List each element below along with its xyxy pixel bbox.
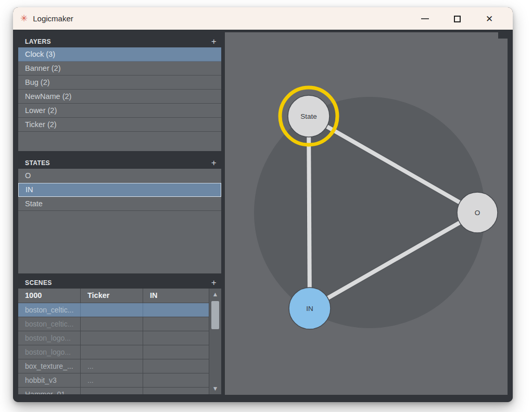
scene-name-cell: box_texture_... (18, 359, 81, 373)
desktop-background: ✳ Logicmaker ✕ LAYERS + Clock (3) Banner… (0, 0, 532, 412)
scenes-scrollbar[interactable]: ▲ ▼ (209, 289, 221, 394)
titlebar[interactable]: ✳ Logicmaker ✕ (13, 7, 513, 30)
scene-ticker-cell (81, 331, 143, 345)
node-o-label: O (475, 209, 480, 217)
add-state-button[interactable]: + (211, 158, 217, 167)
state-item[interactable]: State (18, 197, 221, 211)
app-window: ✳ Logicmaker ✕ LAYERS + Clock (3) Banner… (13, 7, 513, 402)
scene-name-cell: boston_logo... (18, 345, 81, 359)
scroll-down-icon[interactable]: ▼ (209, 383, 221, 394)
scene-ticker-cell (81, 388, 143, 394)
scenes-panel-title: SCENES (25, 279, 52, 286)
layers-panel-title: LAYERS (25, 38, 51, 45)
states-panel-header: STATES + (18, 157, 221, 169)
window-controls: ✕ (409, 7, 505, 30)
layer-item[interactable]: Banner (2) (18, 61, 221, 76)
graph-svg: State O IN (225, 32, 508, 395)
states-list: O IN State (18, 169, 221, 273)
scene-name-cell: boston_celtic... (18, 317, 81, 331)
scene-in-cell (143, 345, 209, 359)
scenes-panel-header: SCENES + (18, 277, 221, 289)
scenes-column-header: 1000 (18, 289, 81, 303)
table-row[interactable]: box_texture_... ... (18, 359, 209, 373)
state-item[interactable]: IN (18, 183, 221, 197)
state-item[interactable]: O (18, 169, 221, 183)
node-state-label: State (300, 113, 317, 120)
scene-ticker-cell (81, 317, 143, 331)
layer-item[interactable]: Ticker (2) (18, 118, 221, 132)
scene-ticker-cell (81, 345, 143, 359)
table-row[interactable]: boston_celtic... (18, 317, 209, 331)
canvas-background-circle (254, 97, 485, 328)
scene-ticker-cell: ... (81, 359, 143, 373)
scene-name-cell: Hammer_01 (18, 388, 81, 394)
minimize-button[interactable] (409, 7, 441, 30)
maximize-button[interactable] (441, 7, 473, 30)
table-row[interactable]: boston_logo... (18, 345, 209, 359)
scene-in-cell (143, 388, 209, 394)
table-row[interactable]: boston_celtic... (18, 303, 209, 317)
canvas-corner-notch (498, 32, 508, 39)
maximize-icon (454, 16, 461, 22)
layer-item[interactable]: NewName (2) (18, 90, 221, 104)
scrollbar-thumb[interactable] (211, 301, 219, 329)
layer-item[interactable]: Clock (3) (18, 47, 221, 61)
layer-item[interactable]: Bug (2) (18, 76, 221, 90)
scenes-table: 1000 Ticker IN boston_celtic... boston_c… (18, 289, 221, 394)
scenes-column-header: IN (143, 289, 209, 303)
add-scene-button[interactable]: + (211, 278, 217, 287)
scene-in-cell (143, 373, 209, 387)
table-row[interactable]: boston_logo... (18, 331, 209, 345)
node-in-label: IN (306, 305, 313, 313)
app-logo-icon: ✳ (20, 14, 28, 23)
close-button[interactable]: ✕ (473, 7, 505, 30)
table-row[interactable]: hobbit_v3 ... (18, 373, 209, 388)
scene-name-cell: boston_celtic... (18, 303, 81, 317)
scene-in-cell (143, 359, 209, 373)
scene-in-cell (143, 331, 209, 345)
scene-in-cell (143, 303, 209, 317)
scene-ticker-cell: ... (81, 373, 143, 387)
scene-name-cell: hobbit_v3 (18, 373, 81, 387)
add-layer-button[interactable]: + (211, 37, 217, 46)
scenes-column-header: Ticker (81, 289, 143, 303)
minimize-icon (421, 18, 429, 19)
graph-canvas[interactable]: State O IN (225, 32, 508, 395)
layers-panel-header: LAYERS + (18, 35, 221, 47)
states-panel-title: STATES (25, 159, 50, 167)
layers-list: Clock (3) Banner (2) Bug (2) NewName (2)… (18, 47, 221, 151)
table-row[interactable]: Hammer_01 (18, 388, 209, 394)
scene-name-cell: boston_logo... (18, 331, 81, 345)
scene-ticker-cell (81, 303, 143, 317)
scroll-up-icon[interactable]: ▲ (209, 289, 221, 299)
main-content: LAYERS + Clock (3) Banner (2) Bug (2) Ne… (13, 30, 513, 402)
window-title: Logicmaker (33, 14, 73, 23)
close-icon: ✕ (486, 14, 493, 24)
layer-item[interactable]: Lower (2) (18, 104, 221, 118)
scene-in-cell (143, 317, 209, 331)
scenes-table-header-row: 1000 Ticker IN (18, 289, 209, 303)
